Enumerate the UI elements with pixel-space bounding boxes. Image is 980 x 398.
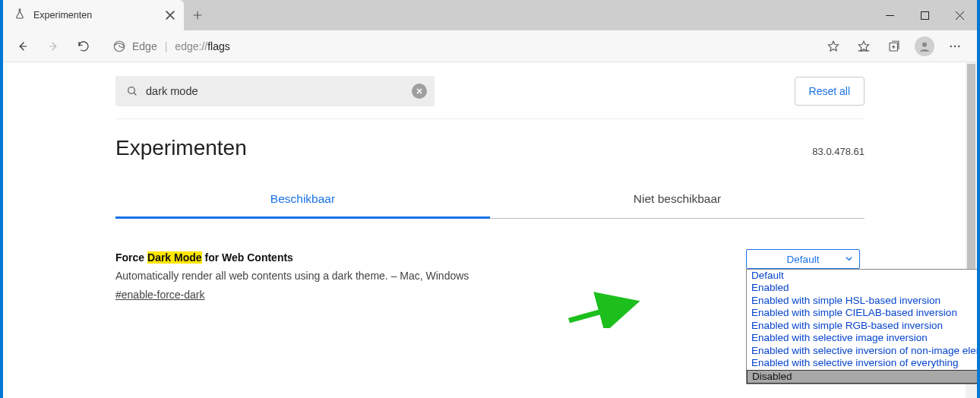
address-bar[interactable]: Edge | edge://flags xyxy=(105,35,813,58)
dropdown-option[interactable]: Disabled xyxy=(747,370,977,384)
favorites-bar-icon[interactable] xyxy=(849,32,878,61)
address-url: edge://flags xyxy=(175,40,229,52)
chevron-down-icon xyxy=(845,254,853,265)
dropdown-option[interactable]: Default xyxy=(747,270,977,282)
page-title: Experimenten xyxy=(115,136,247,160)
tab-unavailable[interactable]: Niet beschikbaar xyxy=(490,182,865,218)
collections-icon[interactable] xyxy=(880,32,909,61)
flask-icon xyxy=(14,8,26,23)
dropdown-option[interactable]: Enabled with simple CIELAB-based inversi… xyxy=(747,307,977,319)
dropdown-option[interactable]: Enabled with selective inversion of ever… xyxy=(747,357,977,369)
address-separator: | xyxy=(165,40,168,52)
titlebar: Experimenten xyxy=(3,0,977,30)
tabs: Beschikbaar Niet beschikbaar xyxy=(115,182,865,219)
reset-all-button[interactable]: Reset all xyxy=(795,77,865,106)
search-box xyxy=(115,76,435,106)
dropdown-option[interactable]: Enabled with simple RGB-based inversion xyxy=(747,320,977,332)
clear-search-icon[interactable] xyxy=(412,84,427,99)
dropdown-option[interactable]: Enabled with selective inversion of non-… xyxy=(747,345,977,357)
flag-title: Force Dark Mode for Web Contents xyxy=(115,249,716,266)
close-window-button[interactable] xyxy=(942,0,977,30)
window-controls xyxy=(872,0,977,30)
svg-point-6 xyxy=(958,45,959,46)
tab-title: Experimenten xyxy=(33,10,156,21)
refresh-button[interactable] xyxy=(68,31,99,62)
flag-description: Automatically render all web contents us… xyxy=(115,267,716,284)
edge-icon xyxy=(112,39,126,53)
new-tab-button[interactable] xyxy=(184,0,211,30)
profile-avatar[interactable] xyxy=(910,32,939,61)
svg-point-4 xyxy=(950,45,952,46)
tab-available[interactable]: Beschikbaar xyxy=(115,182,490,219)
browser-tab[interactable]: Experimenten xyxy=(3,0,184,30)
svg-point-3 xyxy=(922,42,927,46)
back-button[interactable] xyxy=(8,31,38,62)
dropdown-option[interactable]: Enabled with simple HSL-based inversion xyxy=(747,295,977,307)
browser-toolbar: Edge | edge://flags xyxy=(3,30,977,62)
flag-anchor-link[interactable]: #enable-force-dark xyxy=(115,286,205,303)
flag-select[interactable]: Default xyxy=(746,249,860,269)
version-label: 83.0.478.61 xyxy=(812,146,865,157)
close-icon[interactable] xyxy=(164,9,176,21)
svg-point-7 xyxy=(128,87,135,94)
dropdown-option[interactable]: Enabled xyxy=(747,282,977,294)
svg-point-5 xyxy=(954,45,956,46)
search-input[interactable] xyxy=(146,85,404,97)
dropdown-option[interactable]: Enabled with selective image inversion xyxy=(747,332,977,344)
search-icon xyxy=(126,85,138,97)
favorite-star-icon[interactable] xyxy=(819,32,848,61)
flag-select-value: Default xyxy=(787,254,820,265)
minimize-button[interactable] xyxy=(872,0,907,30)
flag-select-dropdown: DefaultEnabledEnabled with simple HSL-ba… xyxy=(746,269,977,384)
svg-rect-0 xyxy=(921,11,928,19)
maximize-button[interactable] xyxy=(907,0,942,30)
forward-button[interactable] xyxy=(38,31,68,62)
address-label: Edge xyxy=(132,40,157,52)
more-icon[interactable] xyxy=(940,32,969,61)
